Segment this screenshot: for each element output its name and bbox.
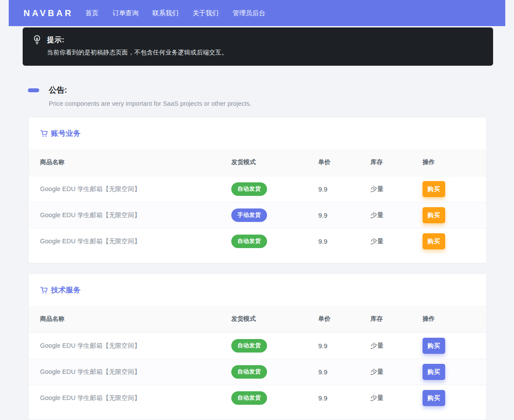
stock-level: 少量 bbox=[370, 237, 423, 245]
col-unit-price: 单价 bbox=[318, 158, 371, 166]
section-title-text: 账号业务 bbox=[51, 128, 81, 138]
table-row: Google EDU 学生邮箱【无限空间】 自动发货 9.9 少量 购买 bbox=[29, 359, 486, 385]
col-product-name: 商品名称 bbox=[40, 315, 231, 323]
buy-button[interactable]: 购买 bbox=[423, 181, 445, 197]
delivery-mode-badge: 自动发货 bbox=[231, 365, 267, 379]
delivery-mode-badge: 自动发货 bbox=[231, 391, 267, 405]
section-card-account: 账号业务 商品名称 发货模式 单价 库存 操作 Google EDU 学生邮箱【… bbox=[29, 118, 486, 263]
stock-level: 少量 bbox=[370, 394, 423, 402]
table-header-row: 商品名称 发货模式 单价 库存 操作 bbox=[29, 306, 486, 333]
col-action: 操作 bbox=[423, 315, 475, 323]
buy-button[interactable]: 购买 bbox=[423, 207, 445, 223]
product-name: Google EDU 学生邮箱【无限空间】 bbox=[40, 211, 231, 219]
table-row: Google EDU 学生邮箱【无限空间】 自动发货 9.9 少量 购买 bbox=[29, 385, 486, 411]
stock-level: 少量 bbox=[370, 185, 423, 193]
delivery-mode-badge: 手动发货 bbox=[231, 208, 267, 222]
notice-title: 提示: bbox=[47, 35, 64, 45]
product-name: Google EDU 学生邮箱【无限空间】 bbox=[40, 368, 231, 376]
col-stock: 库存 bbox=[370, 158, 423, 166]
lightbulb-icon bbox=[33, 35, 41, 45]
cart-icon bbox=[40, 286, 48, 294]
section-title-text: 技术服务 bbox=[51, 285, 81, 295]
buy-button[interactable]: 购买 bbox=[423, 233, 445, 249]
section-card-tech: 技术服务 商品名称 发货模式 单价 库存 操作 Google EDU 学生邮箱【… bbox=[29, 274, 486, 420]
unit-price: 9.9 bbox=[318, 185, 371, 193]
nav-item-about[interactable]: 关于我们 bbox=[193, 9, 219, 17]
col-stock: 库存 bbox=[370, 315, 423, 323]
nav-item-home[interactable]: 首页 bbox=[85, 9, 98, 17]
unit-price: 9.9 bbox=[318, 368, 371, 376]
col-action: 操作 bbox=[423, 158, 475, 166]
dash-icon bbox=[28, 88, 39, 92]
nav-item-contact[interactable]: 联系我们 bbox=[152, 9, 179, 17]
navbar: NAVBAR 首页 订单查询 联系我们 关于我们 管理员后台 bbox=[9, 0, 505, 26]
unit-price: 9.9 bbox=[318, 212, 371, 219]
table-row: Google EDU 学生邮箱【无限空间】 自动发货 9.9 少量 购买 bbox=[29, 176, 486, 202]
delivery-mode-badge: 自动发货 bbox=[231, 235, 267, 248]
notice-panel: 提示: 当前你看到的是初稿静态页面，不包含任何业务逻辑或后端交互。 bbox=[23, 27, 493, 66]
announcement-title-row: 公告: bbox=[28, 85, 493, 95]
table-header-row: 商品名称 发货模式 单价 库存 操作 bbox=[29, 149, 486, 176]
product-name: Google EDU 学生邮箱【无限空间】 bbox=[40, 342, 231, 350]
nav-item-order-query[interactable]: 订单查询 bbox=[112, 9, 139, 17]
col-delivery-mode: 发货模式 bbox=[231, 158, 318, 166]
buy-button[interactable]: 购买 bbox=[423, 364, 445, 380]
product-name: Google EDU 学生邮箱【无限空间】 bbox=[40, 394, 231, 402]
col-delivery-mode: 发货模式 bbox=[231, 315, 318, 323]
buy-button[interactable]: 购买 bbox=[423, 390, 445, 406]
section-title: 技术服务 bbox=[40, 285, 475, 295]
unit-price: 9.9 bbox=[318, 394, 371, 402]
delivery-mode-badge: 自动发货 bbox=[231, 182, 267, 196]
product-name: Google EDU 学生邮箱【无限空间】 bbox=[40, 185, 231, 193]
table-row: Google EDU 学生邮箱【无限空间】 自动发货 9.9 少量 购买 bbox=[29, 228, 486, 254]
stock-level: 少量 bbox=[370, 368, 423, 376]
product-name: Google EDU 学生邮箱【无限空间】 bbox=[40, 237, 231, 245]
navbar-brand[interactable]: NAVBAR bbox=[24, 8, 73, 18]
announcement-body: Price components are very important for … bbox=[49, 100, 493, 107]
cart-icon bbox=[40, 130, 48, 138]
nav-item-admin[interactable]: 管理员后台 bbox=[233, 9, 265, 17]
stock-level: 少量 bbox=[370, 211, 423, 219]
card-header: 技术服务 bbox=[29, 274, 486, 306]
unit-price: 9.9 bbox=[318, 342, 371, 349]
notice-body: 当前你看到的是初稿静态页面，不包含任何业务逻辑或后端交互。 bbox=[47, 49, 482, 57]
card-header: 账号业务 bbox=[29, 118, 486, 149]
col-unit-price: 单价 bbox=[318, 315, 371, 323]
notice-title-row: 提示: bbox=[33, 35, 482, 45]
table-row: Google EDU 学生邮箱【无限空间】 手动发货 9.9 少量 购买 bbox=[29, 202, 486, 228]
announcement: 公告: Price components are very important … bbox=[28, 85, 493, 107]
col-product-name: 商品名称 bbox=[40, 158, 231, 166]
navbar-menu: 首页 订单查询 联系我们 关于我们 管理员后台 bbox=[85, 9, 279, 17]
buy-button[interactable]: 购买 bbox=[423, 338, 445, 354]
stock-level: 少量 bbox=[370, 342, 423, 350]
delivery-mode-badge: 自动发货 bbox=[231, 339, 267, 353]
table-row: Google EDU 学生邮箱【无限空间】 自动发货 9.9 少量 购买 bbox=[29, 333, 486, 359]
unit-price: 9.9 bbox=[318, 238, 371, 245]
section-title: 账号业务 bbox=[40, 128, 475, 138]
announcement-title: 公告: bbox=[49, 85, 67, 95]
